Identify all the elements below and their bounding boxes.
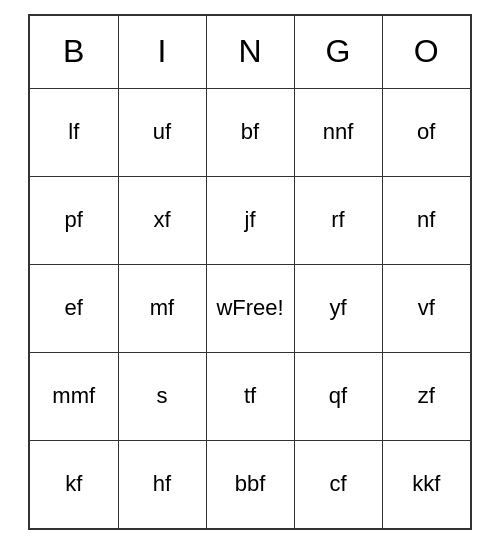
bingo-table: B I N G O lfufbfnnfofpfxfjfrfnfefmfwFree… <box>30 16 470 528</box>
table-cell: of <box>382 88 470 176</box>
table-row: pfxfjfrfnf <box>30 176 470 264</box>
table-cell: bf <box>206 88 294 176</box>
header-row: B I N G O <box>30 16 470 88</box>
table-row: lfufbfnnfof <box>30 88 470 176</box>
table-row: kfhfbbfcfkkf <box>30 440 470 528</box>
table-cell: cf <box>294 440 382 528</box>
table-cell: kkf <box>382 440 470 528</box>
table-cell: nf <box>382 176 470 264</box>
table-cell: s <box>118 352 206 440</box>
table-cell: kf <box>30 440 118 528</box>
table-cell: bbf <box>206 440 294 528</box>
table-cell: jf <box>206 176 294 264</box>
bingo-body: lfufbfnnfofpfxfjfrfnfefmfwFree!yfvfmmfst… <box>30 88 470 528</box>
header-i: I <box>118 16 206 88</box>
table-cell: zf <box>382 352 470 440</box>
table-cell: yf <box>294 264 382 352</box>
header-g: G <box>294 16 382 88</box>
table-cell: qf <box>294 352 382 440</box>
header-o: O <box>382 16 470 88</box>
table-row: mmfstfqfzf <box>30 352 470 440</box>
bingo-card: B I N G O lfufbfnnfofpfxfjfrfnfefmfwFree… <box>28 14 472 530</box>
table-cell: wFree! <box>206 264 294 352</box>
table-cell: vf <box>382 264 470 352</box>
table-cell: mmf <box>30 352 118 440</box>
header-b: B <box>30 16 118 88</box>
table-cell: mf <box>118 264 206 352</box>
table-cell: rf <box>294 176 382 264</box>
table-cell: ef <box>30 264 118 352</box>
table-cell: pf <box>30 176 118 264</box>
table-cell: xf <box>118 176 206 264</box>
table-cell: uf <box>118 88 206 176</box>
table-cell: hf <box>118 440 206 528</box>
header-n: N <box>206 16 294 88</box>
table-cell: nnf <box>294 88 382 176</box>
table-row: efmfwFree!yfvf <box>30 264 470 352</box>
table-cell: tf <box>206 352 294 440</box>
table-cell: lf <box>30 88 118 176</box>
